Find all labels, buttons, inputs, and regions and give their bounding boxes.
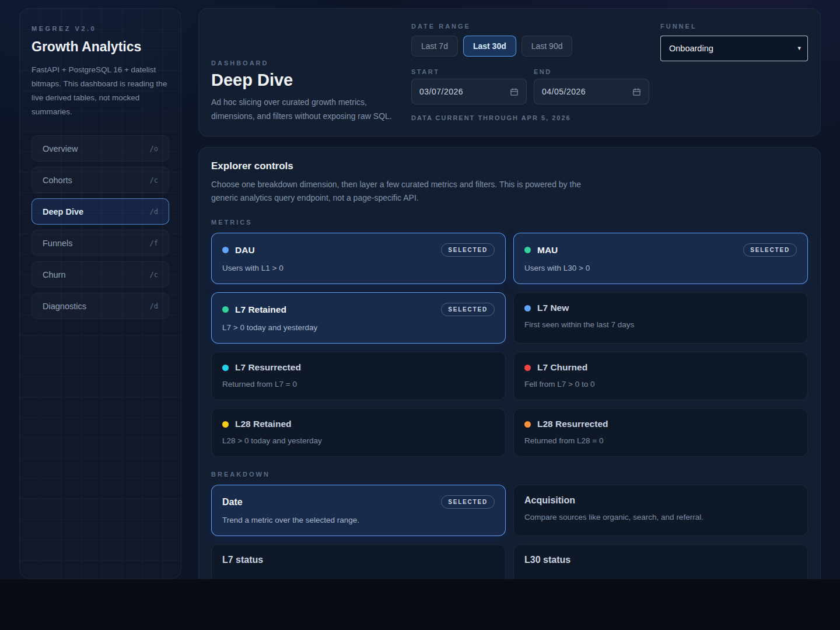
metric-description: L7 > 0 today and yesterday [222,323,495,332]
metric-description: Users with L30 > 0 [524,264,797,272]
selected-badge: SELECTED [743,243,797,257]
range-last-30d-button[interactable]: Last 30d [463,36,516,57]
sidebar-item-cohorts[interactable]: Cohorts /c [32,167,169,193]
explorer-title: Explorer controls [211,160,808,172]
explorer-controls-card: Explorer controls Choose one breakdown d… [198,147,821,579]
nav-shortcut: /o [150,145,158,153]
breakdown-section-label: BREAKDOWN [211,471,808,478]
metric-name: L7 Retained [235,304,286,315]
metric-card-mau[interactable]: MAU SELECTED Users with L30 > 0 [513,233,808,284]
breakdown-card-l30-status[interactable]: L30 status [513,544,808,579]
date-range-segmented: Last 7d Last 30d Last 90d [411,36,649,57]
calendar-icon [510,88,519,96]
selected-badge: SELECTED [441,495,495,509]
metric-name: L7 Churned [537,362,587,373]
nav-label: Funnels [43,239,73,248]
nav-label: Churn [43,270,66,279]
breakdown-card-date[interactable]: Date SELECTED Trend a metric over the se… [211,485,506,536]
funnel-label: FUNNEL [660,23,808,30]
metric-name: L7 New [537,303,569,313]
nav-shortcut: /c [150,176,158,184]
date-range-label: DATE RANGE [411,23,649,30]
nav-shortcut: /c [150,271,158,279]
nav-label: Deep Dive [43,207,83,216]
metric-card-l7-churned[interactable]: L7 Churned Fell from L7 > 0 to 0 [513,352,808,400]
nav-label: Diagnostics [43,302,86,311]
nav-shortcut: /d [150,302,158,310]
metric-description: Returned from L28 = 0 [524,436,797,445]
metric-dot [222,247,229,253]
explorer-description: Choose one breakdown dimension, then lay… [211,178,596,205]
metric-dot [524,305,531,312]
metric-description: Users with L1 > 0 [222,264,495,272]
metric-dot [524,365,531,371]
nav-label: Cohorts [43,176,72,185]
metric-dot [222,306,229,313]
app-description: FastAPI + PostgreSQL 16 + datelist bitma… [32,63,169,119]
metric-name: L28 Resurrected [537,419,608,429]
end-date-field: END 04/05/2026 [534,68,649,104]
app-page: MEGREZ V2.0 Growth Analytics FastAPI + P… [0,0,840,579]
metric-description: L28 > 0 today and yesterday [222,436,495,445]
funnel-block: FUNNEL Onboarding ▾ [660,22,808,123]
breakdown-name: L7 status [222,555,263,565]
metric-card-l28-retained[interactable]: L28 Retained L28 > 0 today and yesterday [211,408,506,457]
sidebar-item-deep-dive[interactable]: Deep Dive /d [32,198,169,225]
breakdown-name: L30 status [524,555,570,565]
start-date-value: 03/07/2026 [419,87,463,96]
page-header-title-block: DASHBOARD Deep Dive Ad hoc slicing over … [211,22,411,123]
nav-shortcut: /d [150,208,158,216]
sidebar-item-diagnostics[interactable]: Diagnostics /d [32,293,169,319]
start-date-field: START 03/07/2026 [411,68,527,104]
metric-dot [524,421,531,428]
breakdown-description: Trend a metric over the selected range. [222,516,495,524]
metric-name: L28 Retained [235,419,291,429]
selected-badge: SELECTED [441,303,495,316]
calendar-icon [632,88,641,96]
sidebar-item-funnels[interactable]: Funnels /f [32,230,169,256]
date-inputs-row: START 03/07/2026 END 04/05/2026 [411,68,649,104]
metric-card-l7-retained[interactable]: L7 Retained SELECTED L7 > 0 today and ye… [211,292,506,344]
metric-description: First seen within the last 7 days [524,320,797,329]
metric-dot [222,365,229,371]
range-last-90d-button[interactable]: Last 90d [522,36,573,57]
app-title: Growth Analytics [32,39,169,55]
breakdown-name: Acquisition [524,495,575,506]
date-range-block: DATE RANGE Last 7d Last 30d Last 90d STA… [411,22,649,123]
metric-name: L7 Resurrected [235,362,301,373]
metric-description: Fell from L7 > 0 to 0 [524,380,797,388]
breakdown-card-l7-status[interactable]: L7 status [211,544,506,579]
sidebar-item-churn[interactable]: Churn /c [32,261,169,288]
nav-label: Overview [43,144,78,153]
viewport: MEGREZ V2.0 Growth Analytics FastAPI + P… [0,0,840,630]
metric-dot [222,421,229,428]
breakdown-name: Date [222,497,243,508]
page-title: Deep Dive [211,71,396,90]
end-label: END [534,68,649,75]
breakdown-grid: Date SELECTED Trend a metric over the se… [211,485,808,579]
range-last-7d-button[interactable]: Last 7d [411,36,458,57]
end-date-input[interactable]: 04/05/2026 [534,79,649,104]
sidebar: MEGREZ V2.0 Growth Analytics FastAPI + P… [19,8,181,579]
sidebar-nav: Overview /o Cohorts /c Deep Dive /d Funn… [32,135,169,319]
breakdown-card-acquisition[interactable]: Acquisition Compare sources like organic… [513,485,808,536]
metric-card-dau[interactable]: DAU SELECTED Users with L1 > 0 [211,233,506,284]
nav-shortcut: /f [150,239,158,247]
start-date-input[interactable]: 03/07/2026 [411,79,527,104]
dashboard-eyebrow: DASHBOARD [211,60,396,66]
metric-card-l7-resurrected[interactable]: L7 Resurrected Returned from L7 = 0 [211,352,506,400]
sidebar-item-overview[interactable]: Overview /o [32,135,169,162]
start-label: START [411,68,527,75]
breakdown-description: Compare sources like organic, search, an… [524,513,797,522]
brand-label: MEGREZ V2.0 [32,25,169,32]
metric-description: Returned from L7 = 0 [222,380,495,388]
metric-dot [524,247,531,253]
metric-card-l28-resurrected[interactable]: L28 Resurrected Returned from L28 = 0 [513,408,808,457]
funnel-select-wrap: Onboarding ▾ [660,36,808,61]
end-date-value: 04/05/2026 [542,87,586,96]
funnel-select[interactable]: Onboarding [660,36,808,61]
selected-badge: SELECTED [441,243,495,257]
page-header-card: DASHBOARD Deep Dive Ad hoc slicing over … [198,8,821,136]
metric-name: MAU [537,245,558,256]
metric-card-l7-new[interactable]: L7 New First seen within the last 7 days [513,292,808,344]
